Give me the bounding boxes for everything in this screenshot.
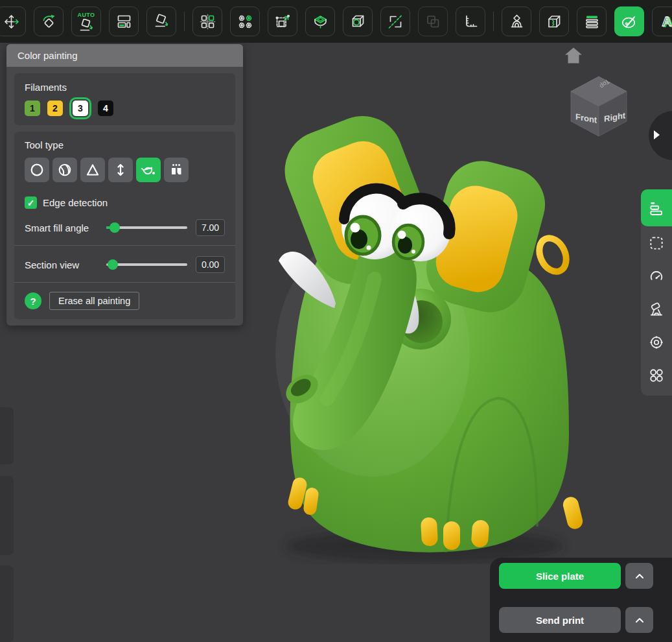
triangle-brush-tool[interactable] [80, 158, 105, 182]
filaments-card: Filaments 1 2 3 4 [14, 73, 235, 125]
expand-arrow-icon [654, 130, 660, 139]
filament-row: 1 2 3 4 [25, 101, 225, 116]
measure-button[interactable] [456, 6, 485, 36]
split-to-parts-button[interactable] [230, 6, 260, 36]
section-view-label: Section view [25, 259, 106, 270]
toolbar-separator [184, 12, 185, 31]
right-panel-expander[interactable] [649, 111, 672, 160]
smart-fill-angle-value[interactable]: 7.00 [196, 219, 225, 236]
filament-1-swatch[interactable]: 1 [25, 101, 40, 116]
sidebar-plate-settings-item[interactable] [641, 226, 672, 259]
send-print-button[interactable]: Send print [499, 607, 621, 633]
navigation-cube[interactable]: Top Front Right [561, 66, 640, 148]
mesh-boolean-button [418, 6, 448, 36]
rotate-button[interactable] [34, 6, 64, 36]
chevron-up-icon [635, 573, 644, 579]
filaments-label: Filaments [25, 82, 225, 93]
sidebar-calibration-item[interactable] [641, 326, 672, 359]
move-button[interactable] [0, 6, 26, 36]
chevron-up-icon [635, 617, 644, 623]
home-view-button[interactable] [564, 46, 583, 67]
lay-on-face-button[interactable] [146, 6, 176, 36]
send-options-caret-button[interactable] [625, 607, 653, 633]
erase-row: ? Erase all painting [14, 292, 235, 313]
elephant-eyes [342, 189, 450, 261]
divider [14, 245, 235, 246]
auto-orient-label: AUTO [78, 12, 95, 18]
arrange-button[interactable] [109, 6, 139, 36]
edge-detection-checkbox[interactable]: ✓ [25, 196, 37, 209]
sidebar-apps-item[interactable] [641, 359, 672, 392]
gap-fill-tool[interactable] [164, 158, 189, 182]
help-icon[interactable]: ? [25, 292, 41, 309]
panel-title: Color painting [17, 50, 78, 61]
slice-plate-button[interactable]: Slice plate [499, 563, 621, 589]
sphere-brush-tool[interactable] [52, 158, 77, 182]
smart-fill-angle-label: Smart fill angle [25, 222, 106, 233]
erase-all-painting-button[interactable]: Erase all painting [49, 292, 139, 310]
action-bar: Slice plate Send print [490, 558, 672, 642]
section-view-slider-handle[interactable] [108, 259, 118, 270]
toolbar-separator [493, 12, 494, 31]
variable-layer-height-button[interactable] [577, 6, 607, 36]
color-painting-panel: Color painting Filaments 1 2 3 4 Tool ty… [6, 44, 243, 326]
section-view-slider[interactable] [106, 259, 187, 270]
filament-4-swatch[interactable]: 4 [98, 101, 113, 116]
left-collapsed-tab-3[interactable] [0, 565, 14, 642]
app-window: AUTO [0, 0, 672, 642]
section-view-row: Section view 0.00 [25, 256, 225, 273]
hole-modifier-button[interactable] [343, 6, 373, 36]
svg-text:A: A [662, 13, 671, 28]
viewport-3d-model-elephant[interactable] [246, 97, 583, 567]
left-collapsed-tab-1[interactable] [0, 407, 14, 464]
circle-brush-tool[interactable] [25, 158, 49, 182]
split-to-objects-button[interactable] [192, 6, 222, 36]
panel-header[interactable]: Color painting [6, 44, 243, 67]
section-view-value[interactable]: 0.00 [196, 256, 225, 273]
tool-type-label: Tool type [25, 139, 225, 150]
auto-orient-button[interactable]: AUTO [71, 6, 101, 36]
sidebar-speed-gauge-item[interactable] [641, 259, 672, 292]
move-green-arrow-icon [14, 19, 18, 23]
assembly-button[interactable] [305, 6, 335, 36]
text-tool-button[interactable]: AA [652, 6, 672, 36]
filament-2-swatch[interactable]: 2 [47, 101, 63, 116]
sidebar-projector-item[interactable] [641, 292, 672, 326]
fill-bucket-tool[interactable] [136, 158, 161, 182]
divider [14, 282, 235, 283]
scale-button[interactable] [268, 6, 297, 36]
edge-detection-label: Edge detection [43, 197, 108, 208]
right-sidebar [641, 189, 672, 396]
edge-detection-row: ✓ Edge detection [25, 196, 225, 209]
sidebar-object-list-item[interactable] [641, 189, 672, 226]
height-range-tool[interactable] [108, 158, 133, 182]
color-painting-button[interactable] [614, 6, 644, 36]
cut-button[interactable] [380, 6, 410, 36]
elephant-tail [534, 233, 571, 276]
filament-3-swatch-selected[interactable]: 3 [73, 101, 88, 116]
tool-type-row [25, 158, 225, 182]
smart-fill-slider-handle[interactable] [110, 222, 120, 233]
seam-painting-button[interactable] [539, 6, 569, 36]
smart-fill-angle-slider[interactable] [106, 222, 187, 233]
slice-options-caret-button[interactable] [625, 563, 653, 589]
left-collapsed-tab-2[interactable] [0, 476, 14, 555]
smart-fill-angle-row: Smart fill angle 7.00 [25, 219, 225, 236]
support-painting-button[interactable] [502, 6, 531, 36]
tool-settings-card: Tool type [14, 132, 235, 319]
main-toolbar: AUTO [0, 0, 672, 43]
